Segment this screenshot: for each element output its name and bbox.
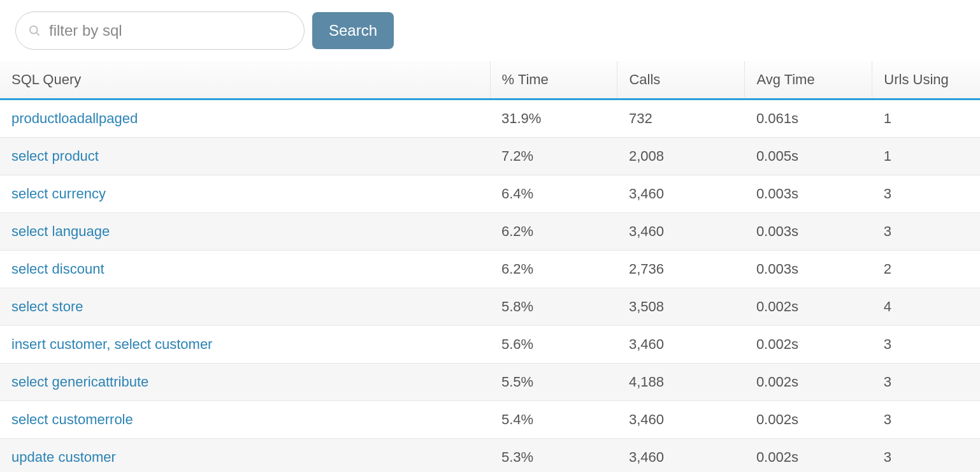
- table-row: insert customer, select customer5.6%3,46…: [0, 326, 980, 364]
- col-header-urls-using[interactable]: Urls Using: [872, 61, 980, 100]
- col-header-calls[interactable]: Calls: [617, 61, 745, 100]
- cell-pct-time: 5.4%: [490, 401, 617, 439]
- cell-calls: 3,460: [617, 401, 745, 439]
- cell-calls: 2,008: [617, 138, 745, 175]
- table-row: select discount6.2%2,7360.003s2: [0, 251, 980, 288]
- query-link[interactable]: select currency: [11, 186, 106, 202]
- query-link[interactable]: update customer: [11, 449, 116, 465]
- query-link[interactable]: insert customer, select customer: [11, 336, 212, 352]
- query-link[interactable]: select genericattribute: [11, 374, 148, 390]
- cell-calls: 3,460: [617, 175, 745, 213]
- filter-sql-input[interactable]: [15, 11, 305, 50]
- cell-query: select genericattribute: [0, 364, 490, 401]
- col-header-avg-time[interactable]: Avg Time: [745, 61, 872, 100]
- cell-urls-using: 1: [872, 100, 980, 138]
- search-button[interactable]: Search: [312, 12, 394, 49]
- table-row: productloadallpaged31.9%7320.061s1: [0, 100, 980, 138]
- cell-pct-time: 6.2%: [490, 251, 617, 288]
- cell-calls: 3,508: [617, 288, 745, 326]
- cell-pct-time: 6.4%: [490, 175, 617, 213]
- cell-urls-using: 3: [872, 364, 980, 401]
- cell-avg-time: 0.002s: [745, 326, 872, 364]
- cell-calls: 4,188: [617, 364, 745, 401]
- cell-urls-using: 3: [872, 439, 980, 473]
- col-header-query[interactable]: SQL Query: [0, 61, 490, 100]
- cell-avg-time: 0.003s: [745, 213, 872, 251]
- cell-query: productloadallpaged: [0, 100, 490, 138]
- cell-urls-using: 1: [872, 138, 980, 175]
- table-header-row: SQL Query % Time Calls Avg Time Urls Usi…: [0, 61, 980, 100]
- query-link[interactable]: select discount: [11, 261, 104, 277]
- cell-calls: 3,460: [617, 326, 745, 364]
- table-row: select language6.2%3,4600.003s3: [0, 213, 980, 251]
- cell-pct-time: 6.2%: [490, 213, 617, 251]
- table-row: update customer5.3%3,4600.002s3: [0, 439, 980, 473]
- cell-avg-time: 0.061s: [745, 100, 872, 138]
- cell-query: update customer: [0, 439, 490, 473]
- query-link[interactable]: select language: [11, 223, 110, 239]
- cell-calls: 2,736: [617, 251, 745, 288]
- table-row: select customerrole5.4%3,4600.002s3: [0, 401, 980, 439]
- table-row: select store5.8%3,5080.002s4: [0, 288, 980, 326]
- cell-query: select store: [0, 288, 490, 326]
- cell-avg-time: 0.005s: [745, 138, 872, 175]
- cell-query: insert customer, select customer: [0, 326, 490, 364]
- col-header-pct-time[interactable]: % Time: [490, 61, 617, 100]
- table-row: select genericattribute5.5%4,1880.002s3: [0, 364, 980, 401]
- search-bar: Search: [0, 11, 980, 61]
- cell-query: select discount: [0, 251, 490, 288]
- cell-avg-time: 0.002s: [745, 364, 872, 401]
- query-link[interactable]: productloadallpaged: [11, 110, 138, 126]
- query-link[interactable]: select product: [11, 148, 99, 164]
- cell-urls-using: 4: [872, 288, 980, 326]
- cell-avg-time: 0.002s: [745, 288, 872, 326]
- cell-urls-using: 2: [872, 251, 980, 288]
- cell-query: select product: [0, 138, 490, 175]
- cell-query: select currency: [0, 175, 490, 213]
- table-row: select currency6.4%3,4600.003s3: [0, 175, 980, 213]
- cell-calls: 3,460: [617, 439, 745, 473]
- cell-avg-time: 0.003s: [745, 251, 872, 288]
- cell-pct-time: 5.5%: [490, 364, 617, 401]
- cell-urls-using: 3: [872, 401, 980, 439]
- cell-urls-using: 3: [872, 175, 980, 213]
- cell-urls-using: 3: [872, 213, 980, 251]
- cell-pct-time: 7.2%: [490, 138, 617, 175]
- cell-query: select language: [0, 213, 490, 251]
- query-link[interactable]: select store: [11, 299, 83, 314]
- cell-pct-time: 5.6%: [490, 326, 617, 364]
- query-link[interactable]: select customerrole: [11, 411, 133, 427]
- cell-urls-using: 3: [872, 326, 980, 364]
- cell-pct-time: 5.8%: [490, 288, 617, 326]
- cell-calls: 732: [617, 100, 745, 138]
- cell-pct-time: 31.9%: [490, 100, 617, 138]
- table-row: select product7.2%2,0080.005s1: [0, 138, 980, 175]
- search-input-wrap: [15, 11, 305, 50]
- cell-avg-time: 0.003s: [745, 175, 872, 213]
- cell-query: select customerrole: [0, 401, 490, 439]
- cell-avg-time: 0.002s: [745, 401, 872, 439]
- cell-calls: 3,460: [617, 213, 745, 251]
- cell-avg-time: 0.002s: [745, 439, 872, 473]
- sql-queries-table: SQL Query % Time Calls Avg Time Urls Usi…: [0, 61, 980, 472]
- cell-pct-time: 5.3%: [490, 439, 617, 473]
